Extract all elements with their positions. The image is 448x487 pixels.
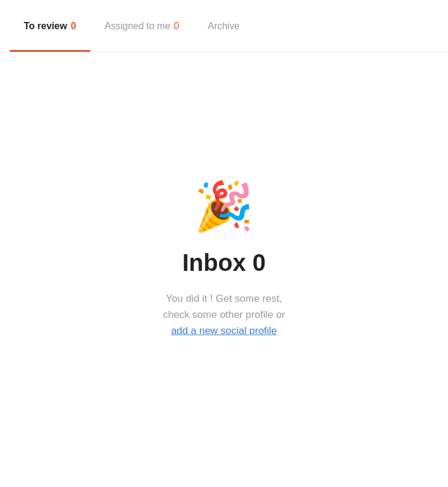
filter-button[interactable]: [422, 24, 427, 29]
tab-archive-label: Archive: [208, 21, 239, 32]
sort-button[interactable]: [434, 24, 438, 29]
add-social-profile-link[interactable]: add a new social profile: [171, 325, 277, 336]
tab-to-review-count: 0: [71, 21, 76, 32]
main-content: 🎉 Inbox 0 You did it ! Get some rest, ch…: [0, 52, 448, 469]
description-line1: You did it ! Get some rest,: [163, 291, 285, 307]
celebration-emoji: 🎉: [194, 183, 254, 230]
tab-to-review-label: To review: [24, 21, 67, 32]
tab-assigned-label: Assigned to me: [105, 21, 170, 32]
inbox-zero-description: You did it ! Get some rest, check some o…: [163, 291, 285, 339]
description-line2: check some other profile or: [163, 307, 285, 323]
tab-assigned-count: 0: [174, 21, 179, 32]
tab-bar: To review 0 Assigned to me 0 Archive: [10, 0, 422, 52]
inbox-zero-title: Inbox 0: [182, 249, 266, 276]
tab-to-review[interactable]: To review 0: [10, 0, 91, 52]
header: To review 0 Assigned to me 0 Archive: [0, 0, 448, 52]
header-actions: [422, 24, 438, 29]
tab-assigned-to-me[interactable]: Assigned to me 0: [91, 0, 194, 52]
tab-archive[interactable]: Archive: [194, 0, 254, 52]
